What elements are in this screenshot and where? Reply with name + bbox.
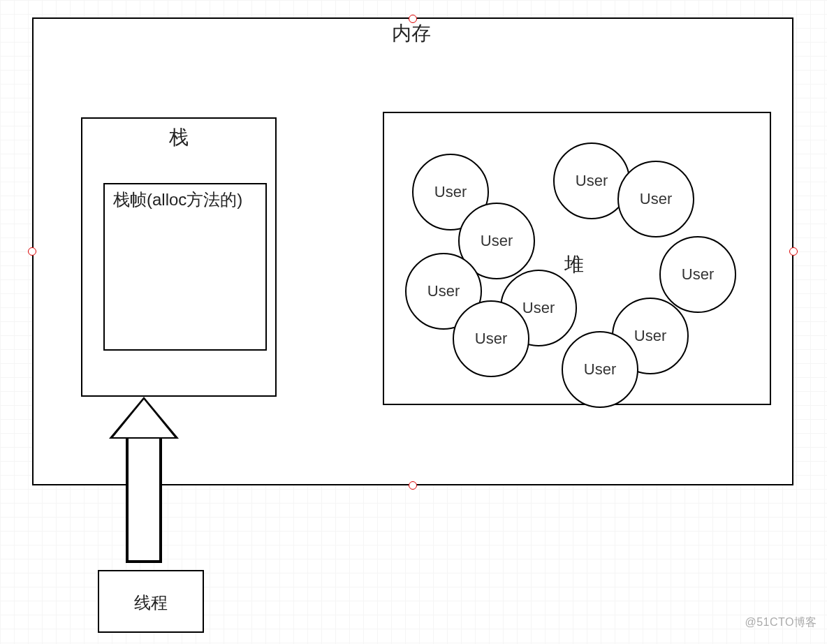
- user-bubble-label: User: [682, 265, 714, 284]
- user-bubble[interactable]: User: [617, 161, 694, 237]
- selection-handle-icon[interactable]: [789, 247, 798, 256]
- watermark: @51CTO博客: [745, 615, 817, 630]
- user-bubble-label: User: [522, 299, 555, 317]
- user-bubble-label: User: [481, 232, 513, 250]
- user-bubble-label: User: [434, 183, 467, 201]
- thread-label: 线程: [134, 592, 168, 614]
- user-bubble-label: User: [640, 190, 672, 208]
- selection-handle-icon[interactable]: [409, 15, 417, 23]
- user-bubble-label: User: [427, 282, 460, 300]
- arrow-head-icon: [109, 397, 179, 439]
- user-bubble[interactable]: User: [562, 331, 638, 408]
- stack-frame-label: 栈帧(alloc方法的): [113, 189, 242, 211]
- heap-label: 堆: [564, 251, 584, 278]
- stack-label: 栈: [169, 124, 189, 151]
- user-bubble[interactable]: User: [659, 236, 736, 313]
- user-bubble-label: User: [584, 360, 616, 379]
- user-bubble-label: User: [634, 327, 666, 345]
- arrow-shaft: [126, 437, 162, 563]
- thread-arrow[interactable]: [109, 397, 179, 563]
- user-bubble-label: User: [475, 330, 507, 348]
- user-bubble-label: User: [576, 172, 608, 190]
- user-bubble[interactable]: User: [453, 300, 529, 377]
- diagram-layer: 内存 栈 栈帧(alloc方法的) 堆 UserUserUserUserUser…: [0, 0, 827, 644]
- memory-label: 内存: [392, 20, 431, 47]
- selection-handle-icon[interactable]: [409, 481, 417, 490]
- selection-handle-icon[interactable]: [28, 247, 36, 256]
